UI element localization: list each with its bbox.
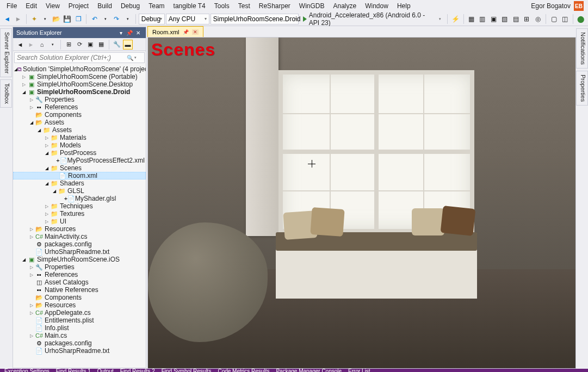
- open-file-button[interactable]: 📂: [51, 14, 61, 24]
- solution-tree[interactable]: ◢⧉Solution 'SimpleUrhoRoomScene' (4 proj…: [13, 64, 146, 368]
- menu-file[interactable]: File: [2, 1, 21, 11]
- menu-resharper[interactable]: ReSharper: [255, 1, 295, 11]
- tool-button-4[interactable]: ▣: [488, 14, 498, 24]
- tool-button-5[interactable]: ▧: [500, 14, 510, 24]
- room-xml-node[interactable]: ▷📄Room.xml: [13, 172, 146, 179]
- packages-config-node[interactable]: ▷⚙packages.config: [13, 240, 146, 248]
- undo-button[interactable]: ↶: [89, 14, 99, 24]
- ui-node[interactable]: ▷📁UI: [13, 218, 146, 225]
- status-item[interactable]: Find Results 1: [56, 368, 91, 373]
- panel-back-button[interactable]: ◄: [15, 40, 25, 49]
- panel-pin-button[interactable]: 📌: [125, 28, 134, 37]
- mainactivity-node[interactable]: ▷C#MainActivity.cs: [13, 233, 146, 240]
- panel-properties-button[interactable]: 🔧: [112, 40, 122, 49]
- build-config-combo[interactable]: Debug: [139, 14, 165, 24]
- shader-file-node[interactable]: ▷+📄MyShader.glsl: [13, 195, 146, 202]
- materials-node[interactable]: ▷📁Materials: [13, 134, 146, 141]
- properties-node[interactable]: ▷🔧Properties: [13, 96, 146, 103]
- project-ios-node[interactable]: ◢▣SimpleUrhoRoomScene.iOS: [13, 256, 146, 263]
- nav-forward-button[interactable]: ►: [13, 14, 23, 24]
- menu-analyze[interactable]: Analyze: [329, 1, 361, 11]
- panel-refresh-button[interactable]: ⟳: [75, 40, 84, 49]
- references-node[interactable]: ▷▪▪References: [13, 103, 146, 111]
- tab-close-button[interactable]: ✕: [192, 29, 199, 35]
- postprocess-node[interactable]: ◢📁PostProcess: [13, 149, 146, 157]
- appdelegate-node[interactable]: ▷C#AppDelegate.cs: [13, 309, 146, 317]
- assets-node[interactable]: ◢📂Assets: [13, 119, 146, 126]
- tool-button-8[interactable]: ◎: [533, 14, 543, 24]
- solution-search-input[interactable]: [17, 54, 127, 61]
- tool-button-6[interactable]: ▤: [511, 14, 521, 24]
- menu-help[interactable]: Help: [393, 1, 415, 11]
- techniques-node[interactable]: ▷📁Techniques: [13, 202, 146, 210]
- menu-tangible[interactable]: tangible T4: [169, 1, 210, 11]
- panel-forward-button[interactable]: ►: [26, 40, 36, 49]
- ios-readme-node[interactable]: ▷📄UrhoSharpReadme.txt: [13, 347, 146, 355]
- readme-node[interactable]: ▷📄UrhoSharpReadme.txt: [13, 248, 146, 256]
- menu-debug[interactable]: Debug: [116, 1, 144, 11]
- new-project-button[interactable]: ✦: [29, 14, 39, 24]
- scene-viewport[interactable]: Scenes: [147, 37, 576, 369]
- menu-tools[interactable]: Tools: [210, 1, 234, 11]
- menu-view[interactable]: View: [41, 1, 64, 11]
- panel-show-all-button[interactable]: ▦: [96, 40, 106, 49]
- startup-project-combo[interactable]: SimpleUrhoRoomScene.Droid: [211, 14, 299, 24]
- properties-tab[interactable]: Properties: [576, 71, 588, 106]
- project-droid-node[interactable]: ◢▣SimpleUrhoRoomScene.Droid: [13, 88, 146, 96]
- panel-scope-button[interactable]: ⊞: [64, 40, 73, 49]
- components-node[interactable]: ▷📂Components: [13, 111, 146, 119]
- panel-home-button[interactable]: ⌂: [37, 40, 47, 49]
- solution-node[interactable]: ◢⧉Solution 'SimpleUrhoRoomScene' (4 proj…: [13, 65, 146, 73]
- save-all-button[interactable]: ❐: [73, 14, 83, 24]
- ios-properties-node[interactable]: ▷🔧Properties: [13, 263, 146, 271]
- document-tab-room[interactable]: Room.xml 📌 ✕: [147, 26, 203, 37]
- status-item[interactable]: Output: [97, 368, 114, 373]
- save-button[interactable]: 💾: [63, 14, 72, 24]
- menu-project[interactable]: Project: [64, 1, 93, 11]
- maincs-node[interactable]: ▷C#Main.cs: [13, 332, 146, 339]
- shaders-folder-node[interactable]: ◢📁Shaders: [13, 179, 146, 187]
- ios-components-node[interactable]: ▷📂Components: [13, 294, 146, 301]
- toolbox-tab[interactable]: Toolbox: [0, 79, 12, 108]
- tool-button-3[interactable]: ▥: [478, 14, 487, 24]
- menu-wingdb[interactable]: WinGDB: [295, 1, 329, 11]
- tool-button-10[interactable]: ◫: [560, 14, 570, 24]
- user-account[interactable]: Egor Bogatov EB: [528, 1, 586, 11]
- menu-test[interactable]: Test: [234, 1, 255, 11]
- scenes-folder-node[interactable]: ◢📁Scenes: [13, 164, 146, 172]
- menu-build[interactable]: Build: [93, 1, 116, 11]
- panel-dropdown-button[interactable]: ▾: [116, 28, 125, 37]
- assets-inner-node[interactable]: ◢📁Assets: [13, 126, 146, 134]
- panel-close-button[interactable]: ✕: [134, 28, 143, 37]
- panel-collapse-button[interactable]: ▣: [85, 40, 95, 49]
- menu-window[interactable]: Window: [361, 1, 393, 11]
- undo-dropdown[interactable]: ▾: [101, 14, 110, 24]
- new-project-dropdown[interactable]: ▾: [40, 14, 50, 24]
- menu-team[interactable]: Team: [144, 1, 169, 11]
- tool-button-1[interactable]: ⚡: [450, 14, 460, 24]
- tab-pin-icon[interactable]: 📌: [183, 29, 189, 35]
- start-debug-button[interactable]: Android_Accelerated_x86 (Android 6.0 - A…: [300, 11, 445, 27]
- models-node[interactable]: ▷📁Models: [13, 141, 146, 149]
- asset-catalogs-node[interactable]: ▷◫Asset Catalogs: [13, 278, 146, 286]
- search-dropdown-icon[interactable]: ▾: [134, 55, 142, 60]
- tool-button-2[interactable]: ▦: [466, 14, 476, 24]
- glsl-folder-node[interactable]: ◢📁GLSL: [13, 187, 146, 195]
- tool-button-11[interactable]: ⬤: [576, 14, 586, 24]
- nav-back-button[interactable]: ◄: [2, 14, 12, 24]
- native-refs-node[interactable]: ▷▪▪Native References: [13, 286, 146, 294]
- tool-button-9[interactable]: ▢: [549, 14, 559, 24]
- textures-node[interactable]: ▷📁Textures: [13, 210, 146, 218]
- notifications-tab[interactable]: Notifications: [576, 28, 588, 69]
- ios-resources-node[interactable]: ▷📂Resources: [13, 301, 146, 309]
- ios-packages-node[interactable]: ▷⚙packages.config: [13, 339, 146, 347]
- server-explorer-tab[interactable]: Server Explorer: [0, 28, 12, 77]
- tool-button-7[interactable]: ⊞: [522, 14, 531, 24]
- status-item[interactable]: Exception Settings: [4, 368, 49, 373]
- panel-preview-toggle[interactable]: ▬: [123, 40, 133, 49]
- entitlements-node[interactable]: ▷📄Entitlements.plist: [13, 317, 146, 324]
- redo-button[interactable]: ↷: [112, 14, 121, 24]
- project-portable-node[interactable]: ▷▣SimpleUrhoRoomScene (Portable): [13, 73, 146, 80]
- solution-search[interactable]: 🔍 ▾: [14, 52, 145, 63]
- platform-combo[interactable]: Any CPU: [166, 14, 209, 24]
